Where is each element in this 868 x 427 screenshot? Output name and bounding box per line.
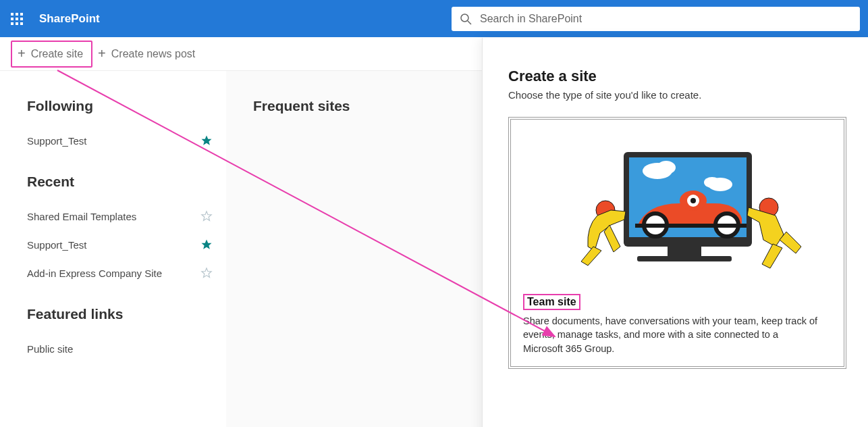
svg-rect-9: [637, 256, 732, 261]
plus-icon: +: [98, 46, 106, 61]
global-header: SharePoint: [0, 0, 868, 37]
team-site-desc: Share documents, have conversations with…: [523, 314, 820, 355]
section-recent: Recent: [27, 174, 213, 190]
featured-item-label: Public site: [27, 343, 73, 355]
brand-label: SharePoint: [39, 12, 100, 26]
svg-point-13: [704, 177, 720, 188]
search-icon: [460, 13, 472, 25]
svg-rect-8: [668, 247, 701, 256]
left-nav: Following Support_Test Recent Shared Ema…: [0, 71, 226, 427]
create-site-button[interactable]: + Create site: [11, 41, 92, 68]
svg-marker-3: [202, 211, 211, 221]
star-outline-icon[interactable]: [200, 267, 213, 279]
svg-marker-4: [202, 240, 212, 249]
team-site-illustration: [523, 132, 832, 280]
create-news-post-button[interactable]: + Create news post: [92, 41, 203, 68]
star-icon[interactable]: [200, 134, 213, 147]
team-site-card[interactable]: Team site Share documents, have conversa…: [508, 117, 846, 369]
svg-rect-19: [635, 224, 747, 228]
section-featured: Featured links: [27, 306, 213, 322]
search-box[interactable]: [452, 7, 860, 31]
create-news-label: Create news post: [111, 48, 196, 60]
star-icon[interactable]: [200, 238, 213, 251]
panel-subtitle: Choose the type of site you'd like to cr…: [508, 89, 846, 101]
following-item-label: Support_Test: [27, 135, 86, 147]
svg-line-1: [468, 21, 471, 24]
featured-item[interactable]: Public site: [27, 334, 213, 363]
plus-icon: +: [18, 46, 26, 61]
svg-point-16: [690, 198, 696, 203]
search-input[interactable]: [480, 13, 852, 25]
app-launcher-icon[interactable]: [8, 10, 26, 28]
star-outline-icon[interactable]: [200, 210, 213, 222]
svg-point-11: [657, 161, 676, 174]
recent-item[interactable]: Support_Test: [27, 230, 213, 259]
create-site-panel: Create a site Choose the type of site yo…: [482, 38, 868, 427]
recent-item-label: Support_Test: [27, 239, 86, 251]
svg-marker-5: [202, 268, 211, 278]
main-content: Following Support_Test Recent Shared Ema…: [0, 71, 868, 427]
team-site-title: Team site: [523, 294, 580, 310]
recent-item-label: Shared Email Templates: [27, 211, 136, 222]
following-item[interactable]: Support_Test: [27, 126, 213, 155]
panel-title: Create a site: [508, 68, 846, 85]
recent-item[interactable]: Shared Email Templates: [27, 202, 213, 230]
create-site-label: Create site: [31, 48, 83, 60]
recent-item[interactable]: Add-in Express Company Site: [27, 259, 213, 287]
section-following: Following: [27, 98, 213, 114]
svg-marker-2: [202, 136, 212, 145]
svg-point-0: [461, 14, 468, 22]
recent-item-label: Add-in Express Company Site: [27, 268, 162, 279]
